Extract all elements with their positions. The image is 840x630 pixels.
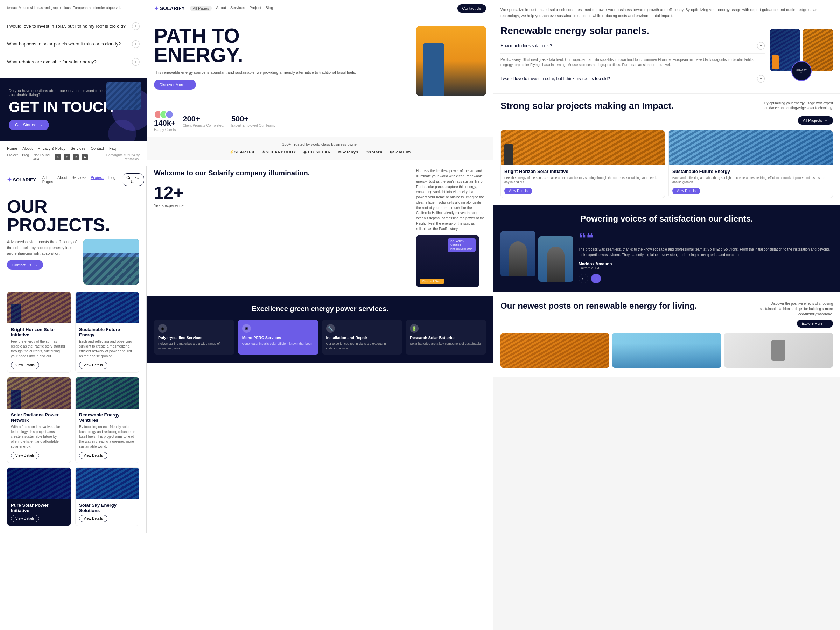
worker-body <box>423 43 444 96</box>
brand-solenys: ≋Solenys <box>338 150 358 154</box>
footer-link-project[interactable]: Project <box>7 153 18 161</box>
svg-point-0 <box>792 61 811 81</box>
solarify-contact-btn[interactable]: Contact Us <box>458 4 486 13</box>
view-details-btn-2[interactable]: View Details <box>79 362 107 369</box>
facebook-icon[interactable]: f <box>64 154 70 160</box>
testi-next-btn[interactable]: → <box>591 274 601 284</box>
nav-link-blog[interactable]: Blog <box>108 175 115 184</box>
solarify-nav-blog[interactable]: Blog <box>265 6 273 11</box>
footer-nav-links: Home About Privacy & Policy Services Con… <box>7 146 140 150</box>
middle-column: ✦ SOLARIFY All Pages About Services Proj… <box>147 0 494 630</box>
faq-toggle-icon-3[interactable]: + <box>132 58 140 66</box>
view-details-right-2[interactable]: View Details <box>673 188 700 194</box>
project-contact-btn[interactable]: Contact Us <box>122 173 144 186</box>
blog-img-overlay-1 <box>501 333 609 368</box>
discover-more-btn[interactable]: Discover More → <box>154 80 196 90</box>
faq-item-3[interactable]: What rebates are available for solar ene… <box>7 53 140 71</box>
footer-link-privacy[interactable]: Privacy & Policy <box>38 146 65 150</box>
hero-description: This renewable energy source is abundant… <box>154 69 411 76</box>
view-details-btn-6[interactable]: View Details <box>79 515 107 522</box>
faq-toggle-icon-1[interactable]: + <box>132 22 140 30</box>
renewable-text: Renewable energy solar panels. How much … <box>501 25 765 87</box>
trusted-logos: ⚡SLARTEX ☀SOLARBUDDY ◈ DC SOLAR ≋Solenys… <box>154 150 486 154</box>
hero-right <box>416 26 486 96</box>
view-details-btn-4[interactable]: View Details <box>79 452 107 459</box>
project-card-4: Renewable Energy Ventures By focusing on… <box>75 377 139 463</box>
faq-toggle-icon-2[interactable]: + <box>132 40 140 48</box>
view-details-btn-5[interactable]: View Details <box>11 515 39 522</box>
testimonial-photo-2 <box>538 236 573 282</box>
years-experience: 12+ Years experience. <box>154 183 409 208</box>
trusted-section: 100+ Trusted by world class business own… <box>147 137 493 159</box>
solarify-nav-all-pages[interactable]: All Pages <box>190 6 212 11</box>
testimonial-photos <box>501 231 573 282</box>
arrow-right-icon: → <box>34 263 38 267</box>
nav-link-about[interactable]: About <box>57 175 68 184</box>
brand-slartex: ⚡SLARTEX <box>229 150 255 154</box>
how-much-icon[interactable]: + <box>757 42 765 50</box>
project-card-title-1: Bright Horizon Solar Initiative <box>11 327 67 337</box>
svg-text:SOLARIFY: SOLARIFY <box>796 69 807 71</box>
right-project-card-1: Bright Horizon Solar Initiative Feel the… <box>501 130 665 198</box>
footer-link-about[interactable]: About <box>22 146 33 150</box>
right-project-title-2: Sustainable Future Energy <box>673 169 829 174</box>
project-card-3: Solar Radiance Power Network With a focu… <box>7 377 71 463</box>
testimonial-text: ❝❝ The process was seamless, thanks to t… <box>579 231 833 284</box>
how-much-row[interactable]: How much does solar cost? + <box>501 38 765 54</box>
service-name-2: Mono PERC Services <box>242 336 314 340</box>
svg-text:2024: 2024 <box>800 72 804 74</box>
footer-link-home[interactable]: Home <box>7 146 17 150</box>
twitter-icon[interactable]: 𝕏 <box>55 154 61 160</box>
nav-link-all-pages[interactable]: All Pages <box>43 175 53 184</box>
clients-label: Happy Clients <box>154 128 176 132</box>
blog-title: Our newest posts on renewable energy for… <box>501 301 697 311</box>
strong-projects-right: By optimizing your energy usage with exp… <box>763 101 833 125</box>
instagram-icon[interactable]: in <box>73 154 79 160</box>
service-desc-2: Conbrigalar installs solar efficient kno… <box>242 342 314 346</box>
project-card-body-2: Sustainable Future Energy Each and refle… <box>76 324 139 373</box>
service-desc-3: Our experienced technicians are experts … <box>326 342 398 351</box>
invest-row[interactable]: I would love to invest in solar, but I t… <box>501 71 765 87</box>
project-hero-title: OUR PROJECTS. <box>7 197 139 234</box>
get-started-button[interactable]: Get Started → <box>9 120 49 130</box>
blog-images <box>501 333 833 368</box>
view-details-btn-3[interactable]: View Details <box>11 452 39 459</box>
certified-badge: SOLARIFY Certified Professional 2024 <box>448 238 476 252</box>
footer-link-services[interactable]: Services <box>71 146 85 150</box>
project-card-body-1: Bright Horizon Solar Initiative Feel the… <box>7 324 71 373</box>
worker-figure-1 <box>772 55 779 69</box>
footer-link-faq[interactable]: Faq <box>109 146 116 150</box>
footer-link-blog[interactable]: Blog <box>22 153 29 161</box>
blog-header: Our newest posts on renewable energy for… <box>501 301 833 328</box>
solarify-nav-project[interactable]: Project <box>249 6 261 11</box>
youtube-icon[interactable]: ▶ <box>82 154 87 160</box>
nav-link-project-active[interactable]: Project <box>91 175 104 184</box>
footer-link-404[interactable]: Not Found 404 <box>33 153 55 161</box>
all-projects-btn[interactable]: All Projects → <box>798 116 833 125</box>
faq-item-2[interactable]: What happens to solar panels when it rai… <box>7 35 140 53</box>
strong-projects-header: Strong solar projects making an Impact. … <box>501 101 833 125</box>
testi-prev-btn[interactable]: ← <box>579 274 588 284</box>
faq-item-1[interactable]: I would love to invest in solar, but I t… <box>7 17 140 35</box>
brand-solarn: ⊙solarn <box>365 150 382 154</box>
right-project-panel-bg-1 <box>501 130 665 165</box>
nav-link-services[interactable]: Services <box>72 175 87 184</box>
service-card-2: ☀ Mono PERC Services Conbrigalar install… <box>238 320 319 355</box>
services-grid: ◈ Polycrystalline Services Polycrystalli… <box>154 320 486 355</box>
view-details-right-1[interactable]: View Details <box>504 188 532 194</box>
footer-link-contact[interactable]: Contact <box>91 146 104 150</box>
solarify-nav-services[interactable]: Services <box>230 6 245 11</box>
arrow-icon: → <box>38 123 43 127</box>
solarify-nav-about[interactable]: About <box>216 6 226 11</box>
service-icon-1: ◈ <box>158 324 167 333</box>
service-card-3: 🔧 Installation and Repair Our experience… <box>322 320 403 355</box>
service-icon-3: 🔧 <box>326 324 335 333</box>
project-card-title-3: Solar Radiance Power Network <box>11 412 67 423</box>
project-contact-us-btn[interactable]: Contact Us → <box>7 260 43 270</box>
right-project-title-1: Bright Horizon Solar Initiative <box>504 169 661 174</box>
view-details-btn-1[interactable]: View Details <box>11 362 39 369</box>
blog-image-3 <box>724 333 833 368</box>
explore-more-btn[interactable]: Explore More → <box>797 319 833 328</box>
invest-icon[interactable]: + <box>757 75 765 83</box>
testimonial-name: Maddox Amason <box>579 261 833 266</box>
